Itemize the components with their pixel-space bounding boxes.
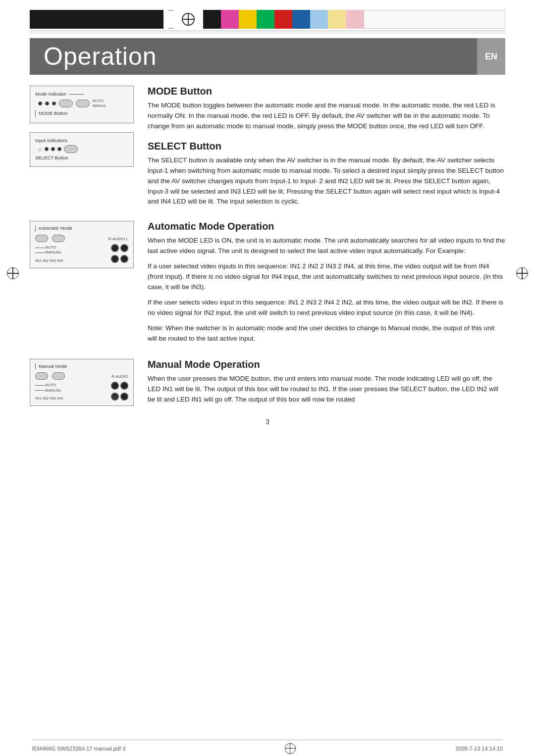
mode-button-body: The MODE button toggles between the auto… — [148, 101, 505, 132]
mode-button-section: MODE Button The MODE button toggles betw… — [148, 86, 505, 132]
footer-left: R34466G SWS2326#-17 manual.pdf 3 — [32, 746, 125, 752]
manual-mode-title: Manual Mode Operation — [148, 359, 505, 370]
auto-mode-body3: If the user selects video input in this … — [148, 298, 505, 318]
page-title: Operation — [30, 38, 167, 75]
manual-mode-body: When the user presses the MODE button, t… — [148, 374, 505, 405]
footer-right: 2009-7-13 14:14:10 — [455, 746, 503, 752]
page-footer: R34466G SWS2326#-17 manual.pdf 3 2009-7-… — [0, 740, 535, 754]
select-button-body: The SELECT button is available only when… — [148, 155, 505, 207]
left-crosshair — [7, 267, 19, 279]
mode-button-title: MODE Button — [148, 86, 505, 97]
auto-mode-body2: If a user selected video inputs in this … — [148, 261, 505, 293]
en-badge: EN — [477, 38, 505, 75]
manual-mode-diagram: Manual Mode AUTO — [30, 359, 134, 406]
select-button-title: SELECT Button — [148, 141, 505, 152]
select-button-section: SELECT Button The SELECT button is avail… — [148, 141, 505, 207]
auto-mode-title: Automatic Mode Operation — [148, 221, 505, 232]
bottom-crosshair — [285, 743, 296, 754]
auto-mode-diagram: Automatic Mode AUTO — [30, 221, 134, 268]
auto-mode-body4: Note: When the switcher is in automatic … — [148, 323, 505, 344]
auto-mode-body1: When the MODE LED is ON, the unit is in … — [148, 236, 505, 256]
page-number: 3 — [0, 418, 535, 426]
select-button-diagram: Input Indicators ☼ SELECT Button — [30, 132, 134, 167]
mode-button-diagram: Mode Indicator AUTO MANUL — [30, 86, 134, 123]
right-crosshair — [516, 267, 528, 279]
